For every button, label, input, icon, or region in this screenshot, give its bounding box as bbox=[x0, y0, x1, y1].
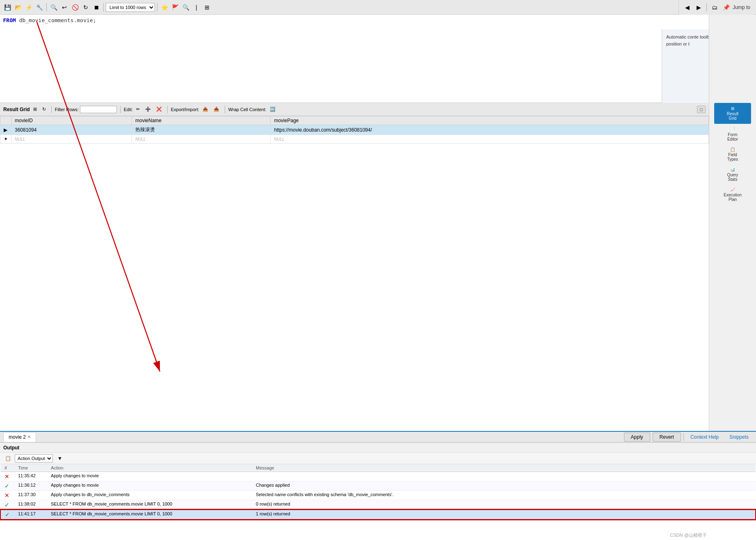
save-button[interactable]: 💾 bbox=[2, 2, 12, 12]
toggle-panel-btn[interactable]: □ bbox=[697, 106, 706, 113]
top-toolbar: 💾 📂 ⚡ 🔧 🔍 ↩ 🚫 ↻ ⏹ Limit to 1000 rows ⭐ 🚩… bbox=[0, 0, 756, 15]
edit-section: Edit: ✏ ➕ ❌ bbox=[124, 105, 164, 113]
execution-plan-label: ExecutionPlan bbox=[724, 193, 742, 202]
extra-button[interactable]: ⊞ bbox=[202, 2, 212, 12]
result-table: movieID movieName moviePage ▶ 36081094 热… bbox=[0, 116, 709, 144]
action-output-selector[interactable]: Action Output bbox=[15, 454, 53, 463]
status-8: ✕ bbox=[0, 491, 14, 500]
export-section: Export/Import: 📤 📥 bbox=[171, 105, 221, 113]
movie2-tab-close[interactable]: ✕ bbox=[27, 435, 31, 439]
separator-2 bbox=[103, 3, 104, 11]
separator-bottom bbox=[683, 433, 684, 441]
pause-button[interactable]: ⏹ bbox=[91, 2, 101, 12]
nav-icon-1[interactable]: 🗂 bbox=[710, 2, 720, 12]
sql-content[interactable]: ● SELECT * FROM db_movie_comments.movie; bbox=[0, 15, 709, 103]
export-btn-2[interactable]: 📥 bbox=[212, 105, 221, 113]
col-selector bbox=[0, 116, 11, 125]
refresh-result-btn[interactable]: ↻ bbox=[40, 105, 48, 113]
output-table-container[interactable]: # Time Action Message ✕ 11:35:42 Apply c… bbox=[0, 464, 756, 540]
open-button[interactable]: 📂 bbox=[13, 2, 23, 12]
settings-button[interactable]: 🔧 bbox=[34, 2, 44, 12]
col-time: Time bbox=[14, 464, 47, 472]
pipe-button[interactable]: | bbox=[191, 2, 201, 12]
nav-forward-button[interactable]: ▶ bbox=[694, 2, 704, 12]
right-panel: ⊞ ResultGrid 📄 FormEditor 📋 FieldTypes 📊… bbox=[709, 15, 756, 501]
action-6: Apply changes to movie bbox=[47, 472, 252, 481]
cell-null-3: NULL bbox=[271, 135, 709, 144]
col-moviepage[interactable]: moviePage bbox=[271, 116, 709, 125]
filter-section: Filter Rows: bbox=[55, 106, 117, 113]
query-stats-label: QueryStats bbox=[727, 173, 738, 182]
copy-output-btn[interactable]: 📋 bbox=[3, 454, 12, 463]
wrap-btn[interactable]: 🔤 bbox=[268, 105, 278, 113]
execute-button[interactable]: ⚡ bbox=[24, 2, 34, 12]
nav-icon-2[interactable]: 📌 bbox=[721, 2, 731, 12]
query-stats-panel-btn[interactable]: 📊 QueryStats bbox=[714, 165, 751, 184]
flag-button[interactable]: 🚩 bbox=[170, 2, 180, 12]
col-message: Message bbox=[252, 464, 756, 472]
nav-back-button[interactable]: ◀ bbox=[682, 2, 692, 12]
result-grid-label: Result Grid bbox=[3, 107, 30, 112]
stop-button[interactable]: 🚫 bbox=[70, 2, 80, 12]
cell-moviepage[interactable]: https://movie.douban.com/subject/3608109… bbox=[271, 125, 709, 135]
limit-select[interactable]: Limit to 1000 rows bbox=[106, 3, 155, 12]
cell-null-2: NULL bbox=[132, 135, 271, 144]
form-editor-icon: 📄 bbox=[730, 127, 735, 132]
status-6: ✕ bbox=[0, 472, 14, 481]
result-grid-section: Result Grid ⊞ ↻ bbox=[3, 105, 48, 113]
action-7: Apply changes to movie bbox=[47, 481, 252, 491]
export-btn-1[interactable]: 📤 bbox=[200, 105, 210, 113]
apply-button[interactable]: Apply bbox=[624, 433, 650, 442]
col-hash: # bbox=[0, 464, 14, 472]
movie2-tab[interactable]: movie 2 ✕ bbox=[3, 432, 36, 442]
output-row-9[interactable]: ✓ 11:38:02 SELECT * FROM db_movie_commen… bbox=[0, 500, 756, 510]
output-row-8[interactable]: ✕ 11:37:30 Apply changes to db_movie_com… bbox=[0, 491, 756, 500]
output-row-6[interactable]: ✕ 11:35:42 Apply changes to movie bbox=[0, 472, 756, 481]
edit-label: Edit: bbox=[124, 107, 133, 112]
message-6 bbox=[252, 472, 756, 481]
undo-button[interactable]: ↩ bbox=[59, 2, 69, 12]
col-movieid[interactable]: movieID bbox=[11, 116, 132, 125]
sql-query: SELECT * FROM db_movie_comments.movie; bbox=[0, 17, 96, 23]
col-moviename[interactable]: movieName bbox=[132, 116, 271, 125]
execution-plan-panel-btn[interactable]: 📈 ExecutionPlan bbox=[714, 185, 751, 204]
wrap-section: Wrap Cell Content: 🔤 bbox=[228, 105, 278, 113]
sql-editor: 1 ● SELECT * FROM db_movie_comments.movi… bbox=[0, 15, 709, 103]
table-row[interactable]: ▶ 36081094 热辣滚烫 https://movie.douban.com… bbox=[0, 125, 709, 135]
context-help-tab[interactable]: Context Help bbox=[686, 433, 723, 442]
time-10: 11:41:17 bbox=[14, 510, 47, 519]
time-9: 11:38:02 bbox=[14, 500, 47, 510]
message-9: 0 row(s) returned bbox=[252, 500, 756, 510]
snippets-tab[interactable]: Snippets bbox=[725, 433, 753, 442]
cell-moviename[interactable]: 热辣滚烫 bbox=[132, 125, 271, 135]
table-row-null[interactable]: ✦ NULL NULL NULL bbox=[0, 135, 709, 144]
field-types-label: FieldTypes bbox=[727, 153, 738, 162]
cell-movieid[interactable]: 36081094 bbox=[11, 125, 132, 135]
result-grid-panel-btn[interactable]: ⊞ ResultGrid bbox=[714, 103, 751, 124]
output-row-7[interactable]: ✓ 11:36:12 Apply changes to movie Change… bbox=[0, 481, 756, 491]
filter-rows-label: Filter Rows: bbox=[55, 107, 79, 112]
message-8: Selected name conflicts with existing sc… bbox=[252, 491, 756, 500]
edit-btn-1[interactable]: ✏ bbox=[134, 105, 142, 113]
filter-rows-input[interactable] bbox=[80, 106, 117, 113]
refresh-button[interactable]: ↻ bbox=[81, 2, 91, 12]
edit-btn-3[interactable]: ❌ bbox=[154, 105, 164, 113]
search-button[interactable]: 🔍 bbox=[49, 2, 59, 12]
sep-edit bbox=[120, 106, 121, 113]
sep-export bbox=[167, 106, 168, 113]
output-dropdown-btn[interactable]: ▼ bbox=[55, 454, 64, 463]
form-editor-panel-btn[interactable]: 📄 FormEditor bbox=[714, 125, 751, 144]
output-toolbar: 📋 Action Output ▼ bbox=[0, 453, 756, 464]
edit-btn-2[interactable]: ➕ bbox=[143, 105, 153, 113]
action-8: Apply changes to db_movie_comments bbox=[47, 491, 252, 500]
revert-button[interactable]: Revert bbox=[653, 433, 681, 442]
bottom-tabs-bar: movie 2 ✕ Apply Revert Context Help Snip… bbox=[0, 431, 756, 442]
field-types-panel-btn[interactable]: 📋 FieldTypes bbox=[714, 145, 751, 164]
result-grid-icon-btn[interactable]: ⊞ bbox=[31, 105, 39, 113]
find-button[interactable]: 🔍 bbox=[181, 2, 191, 12]
row-arrow: ▶ bbox=[0, 125, 11, 135]
time-6: 11:35:42 bbox=[14, 472, 47, 481]
output-row-10[interactable]: ✓ 11:41:17 SELECT * FROM db_movie_commen… bbox=[0, 510, 756, 519]
star-button[interactable]: ⭐ bbox=[159, 2, 169, 12]
message-7: Changes applied bbox=[252, 481, 756, 491]
